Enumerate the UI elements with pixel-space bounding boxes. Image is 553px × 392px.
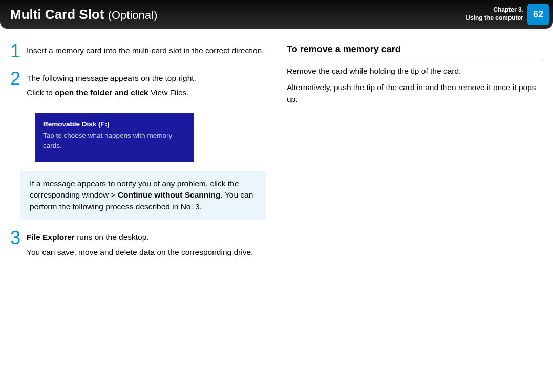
step-text: File Explorer runs on the desktop. You c…: [27, 231, 266, 261]
right-column: To remove a memory card Remove the card …: [287, 44, 543, 272]
content-area: 1 Insert a memory card into the multi-ca…: [0, 29, 553, 272]
remove-para-1: Remove the card while holding the tip of…: [287, 66, 543, 77]
step-number: 2: [10, 70, 27, 88]
left-column: 1 Insert a memory card into the multi-ca…: [10, 44, 266, 272]
step-3-line2: You can save, move and delete data on th…: [27, 247, 266, 258]
note-box: If a message appears to notify you of an…: [20, 171, 266, 220]
page-header: Multi Card Slot (Optional) Chapter 3. Us…: [0, 0, 553, 29]
step-2-line1: The following message appears on the top…: [27, 73, 266, 84]
step-2: 2 The following message appears on the t…: [10, 72, 266, 102]
title-main: Multi Card Slot: [10, 7, 104, 22]
header-right: Chapter 3. Using the computer 62: [465, 4, 553, 25]
step-2-line2: Click to open the folder and click View …: [27, 87, 266, 98]
step-text: Insert a memory card into the multi-card…: [27, 44, 266, 59]
chapter-info: Chapter 3. Using the computer: [465, 6, 527, 22]
chapter-line1: Chapter 3.: [465, 6, 523, 14]
step-number: 1: [10, 42, 27, 60]
title-optional: (Optional): [108, 9, 158, 21]
step-number: 3: [10, 229, 27, 247]
chapter-line2: Using the computer: [465, 14, 523, 23]
page-title: Multi Card Slot (Optional): [10, 7, 157, 23]
remove-para-2: Alternatively, push the tip of the card …: [287, 82, 543, 105]
step-3: 3 File Explorer runs on the desktop. You…: [10, 231, 266, 261]
page-number-badge: 62: [527, 4, 549, 25]
notification-toast: Removable Disk (F:) Tap to choose what h…: [35, 113, 194, 162]
toast-title: Removable Disk (F:): [43, 119, 185, 129]
section-heading: To remove a memory card: [287, 44, 543, 58]
step-text: The following message appears on the top…: [27, 72, 266, 102]
step-1: 1 Insert a memory card into the multi-ca…: [10, 44, 266, 60]
step-3-line1: File Explorer runs on the desktop.: [27, 232, 266, 243]
step-1-text: Insert a memory card into the multi-card…: [27, 45, 266, 56]
toast-body: Tap to choose what happens with memory c…: [43, 130, 185, 151]
